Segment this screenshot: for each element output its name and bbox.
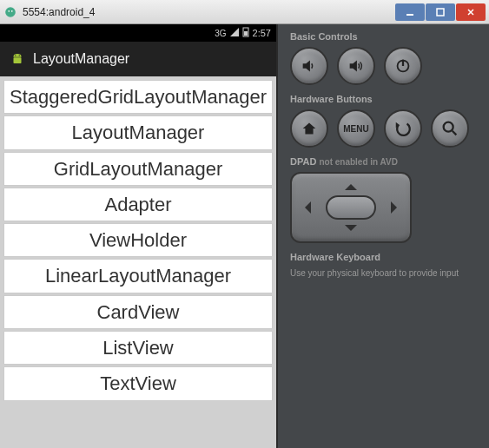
power-button[interactable]: [384, 47, 422, 85]
menu-button[interactable]: MENU: [337, 109, 375, 148]
android-icon: [9, 50, 26, 68]
recycler-list[interactable]: StaggeredGridLayoutManager LayoutManager…: [0, 76, 276, 448]
device-screen: 3G 2:57 LayoutManager StaggeredGridLayou…: [0, 24, 278, 448]
emulator-side-panel: Basic Controls Hardware Buttons: [278, 24, 489, 448]
dpad-heading: DPAD not enabled in AVD: [290, 156, 477, 167]
svg-point-7: [15, 55, 16, 56]
keyboard-heading: Hardware Keyboard: [290, 252, 477, 262]
window-titlebar: 5554:android_4: [0, 0, 489, 24]
list-item[interactable]: StaggeredGridLayoutManager: [3, 80, 273, 114]
clock-text: 2:57: [253, 28, 271, 38]
svg-rect-4: [437, 9, 444, 16]
app-title: LayoutManager: [33, 51, 129, 67]
minimize-button[interactable]: [395, 3, 425, 21]
dpad-center-button[interactable]: [326, 195, 376, 220]
list-item[interactable]: LinearLayoutManager: [3, 259, 273, 293]
list-item[interactable]: GridLayoutManager: [3, 152, 273, 186]
search-button[interactable]: [431, 109, 469, 148]
back-button[interactable]: [384, 109, 422, 148]
svg-rect-3: [406, 14, 413, 16]
list-item[interactable]: TextView: [3, 366, 273, 400]
svg-point-1: [8, 10, 10, 11]
volume-up-button[interactable]: [337, 47, 375, 85]
list-item[interactable]: ViewHolder: [3, 223, 273, 257]
volume-down-button[interactable]: [290, 47, 328, 85]
svg-line-13: [453, 131, 457, 135]
signal-bars-icon: [230, 28, 239, 38]
dpad-down-icon[interactable]: [345, 225, 357, 237]
keyboard-note: Use your physical keyboard to provide in…: [290, 267, 477, 279]
svg-rect-6: [244, 31, 248, 36]
close-button[interactable]: [456, 3, 486, 21]
svg-point-8: [19, 55, 20, 56]
battery-icon: [242, 27, 249, 39]
list-item[interactable]: ListView: [3, 331, 273, 365]
app-bar: LayoutManager: [0, 42, 276, 76]
signal-3g-icon: 3G: [215, 29, 226, 38]
maximize-button[interactable]: [426, 3, 455, 21]
list-item[interactable]: CardView: [3, 295, 273, 329]
dpad-control: [290, 172, 412, 243]
basic-controls-heading: Basic Controls: [290, 31, 477, 42]
window-title: 5554:android_4: [23, 6, 395, 18]
dpad-right-icon[interactable]: [391, 201, 403, 214]
home-button[interactable]: [290, 109, 328, 148]
svg-rect-9: [14, 57, 22, 63]
android-statusbar: 3G 2:57: [0, 24, 276, 42]
hardware-buttons-heading: Hardware Buttons: [290, 94, 477, 104]
list-item[interactable]: LayoutManager: [3, 115, 273, 149]
dpad-left-icon[interactable]: [299, 201, 311, 214]
dpad-up-icon[interactable]: [345, 178, 357, 190]
svg-point-0: [5, 7, 16, 17]
list-item[interactable]: Adapter: [3, 188, 273, 221]
dpad-note: not enabled in AVD: [319, 157, 398, 167]
svg-point-12: [444, 122, 453, 132]
svg-point-2: [11, 10, 13, 11]
app-icon: [3, 5, 17, 19]
